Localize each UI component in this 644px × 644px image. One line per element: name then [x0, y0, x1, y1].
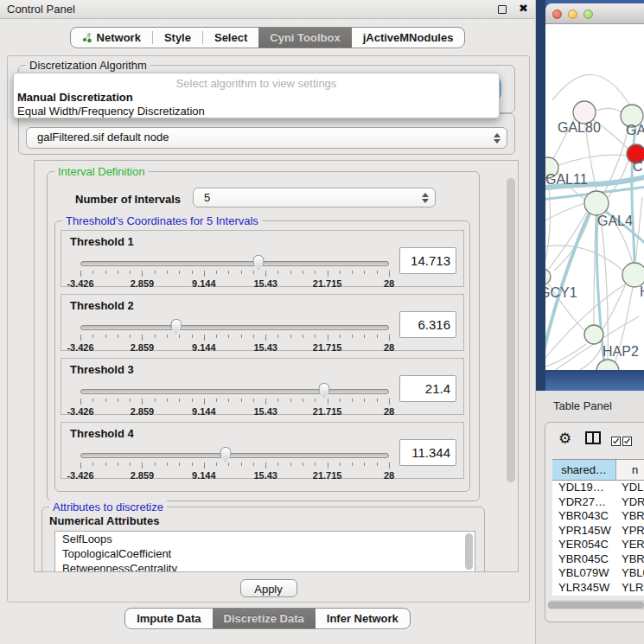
scrollbar-thumb[interactable]: [548, 602, 644, 609]
tab-cyni-toolbox[interactable]: Cyni Toolbox: [258, 28, 351, 48]
tab-style[interactable]: Style: [153, 28, 202, 48]
algorithm-option-equal-width-frequency-discretization[interactable]: Equal Width/Frequency Discretization: [17, 105, 205, 118]
network-edge[interactable]: [594, 215, 596, 325]
cell-shared-name[interactable]: YER054C: [552, 538, 616, 552]
slider-track[interactable]: [80, 389, 389, 394]
close-icon[interactable]: ✖: [519, 2, 528, 15]
cell-name[interactable]: YDR2: [616, 495, 644, 510]
table-row[interactable]: YIL052CYIL0: [552, 595, 644, 596]
settings-vertical-scrollbar[interactable]: [507, 178, 515, 482]
network-edge[interactable]: [545, 344, 586, 368]
tab-jactivemnodules[interactable]: jActiveMNodules: [352, 28, 465, 48]
float-window-icon[interactable]: [498, 5, 507, 14]
slider-tick-label: 15.43: [253, 278, 277, 289]
table-row[interactable]: YBR043CYBR0: [552, 509, 644, 524]
tab-select[interactable]: Select: [203, 28, 258, 48]
cell-name[interactable]: YBR0: [616, 552, 644, 567]
network-edge[interactable]: [545, 178, 550, 269]
slider-thumb[interactable]: [220, 447, 231, 462]
cell-shared-name[interactable]: YBR045C: [552, 552, 616, 567]
cell-name[interactable]: YPR1: [616, 524, 644, 539]
close-traffic-light-icon[interactable]: [552, 10, 562, 19]
attribute-list-item[interactable]: SelfLoops: [55, 532, 475, 546]
slider-tick-label: 21.715: [313, 278, 342, 289]
cell-name[interactable]: YER0: [616, 538, 644, 552]
gear-icon[interactable]: ⚙: [558, 430, 571, 447]
slider-tick-label: 28: [384, 406, 394, 417]
table-data-combobox[interactable]: galFiltered.sif default node: [26, 127, 507, 149]
network-node-h[interactable]: [622, 263, 644, 287]
slider-tick-label: 28: [384, 342, 394, 353]
network-node-gal4[interactable]: [584, 191, 609, 215]
algorithm-dropdown-hint[interactable]: Select algorithm to view settings: [14, 77, 499, 90]
network-window-titlebar[interactable]: [545, 3, 644, 24]
slider-thumb[interactable]: [253, 255, 265, 270]
desktop-edge: [536, 0, 545, 391]
table-row[interactable]: YBL079WYBL0: [552, 566, 644, 581]
bottom-tab-impute-data[interactable]: Impute Data: [125, 609, 212, 628]
window-title: Control Panel: [7, 3, 75, 16]
cell-name[interactable]: YIL0: [616, 595, 644, 596]
table-row[interactable]: YBR045CYBR0: [552, 552, 644, 567]
network-edge[interactable]: [552, 74, 630, 105]
minimize-traffic-light-icon[interactable]: [568, 10, 577, 19]
tab-network[interactable]: Network: [71, 28, 152, 48]
algorithm-option-manual-discretization[interactable]: Manual Discretization: [17, 91, 133, 104]
slider-thumb[interactable]: [170, 319, 182, 334]
threshold-value-field[interactable]: 11.344: [399, 439, 456, 466]
checkboxes-icon[interactable]: [611, 434, 632, 450]
cell-name[interactable]: YLR3: [616, 581, 644, 596]
threshold-value-field[interactable]: 6.316: [399, 311, 456, 338]
network-node-hap2[interactable]: [584, 325, 603, 344]
network-edge[interactable]: [558, 155, 627, 165]
column-header-name[interactable]: n: [616, 460, 644, 480]
tab-label: Discretize Data: [224, 609, 304, 629]
slider-tick-label: 2.859: [131, 278, 155, 289]
slider-track[interactable]: [80, 325, 389, 330]
table-row[interactable]: YDL19…YDL1: [552, 481, 644, 495]
network-edge[interactable]: [596, 108, 622, 112]
node-table[interactable]: shared…n YDL19…YDL1YDR27…YDR2YBR043CYBR0…: [552, 459, 644, 596]
slider-track[interactable]: [80, 453, 389, 458]
table-row[interactable]: YPR145WYPR1: [552, 524, 644, 539]
numerical-attributes-list[interactable]: SelfLoopsTopologicalCoefficientBetweenne…: [54, 531, 475, 572]
attribute-list-item[interactable]: BetweennessCentrality: [55, 561, 475, 572]
threshold-value-field[interactable]: 14.713: [399, 247, 456, 274]
bottom-tab-infer-network[interactable]: Infer Network: [316, 609, 410, 628]
threshold-value-field[interactable]: 21.4: [399, 375, 456, 402]
network-canvas[interactable]: GAL80GAL8CGAL11GAL4HGCY1HAP2: [545, 24, 644, 370]
apply-button[interactable]: Apply: [240, 579, 297, 597]
cell-shared-name[interactable]: YLR345W: [552, 581, 616, 596]
slider-thumb[interactable]: [319, 383, 330, 398]
node-label: GAL80: [558, 120, 601, 135]
network-node-gcy1[interactable]: [545, 269, 551, 284]
table-row[interactable]: YDR27…YDR2: [552, 495, 644, 510]
cell-shared-name[interactable]: YDR27…: [552, 495, 616, 510]
bottom-tab-discretize-data[interactable]: Discretize Data: [213, 609, 316, 628]
cell-shared-name[interactable]: YIL052C: [552, 595, 616, 596]
cell-name[interactable]: YBL0: [616, 566, 644, 581]
table-horizontal-scrollbar[interactable]: [547, 600, 644, 609]
network-edge[interactable]: [545, 203, 585, 223]
cell-name[interactable]: YDL1: [616, 481, 644, 495]
columns-icon[interactable]: [585, 431, 601, 448]
cell-shared-name[interactable]: YBR043C: [552, 509, 616, 524]
cell-shared-name[interactable]: YPR145W: [552, 524, 616, 539]
number-of-intervals-combobox[interactable]: 5: [193, 188, 436, 207]
slider-track[interactable]: [80, 261, 389, 266]
attributes-list-scrollbar[interactable]: [465, 533, 473, 570]
column-header-shared-name[interactable]: shared…: [552, 460, 616, 480]
cell-shared-name[interactable]: YDL19…: [552, 481, 616, 495]
table-row[interactable]: YER054CYER0: [552, 538, 644, 552]
group-title: Threshold's Coordinates for 5 Intervals: [62, 214, 262, 227]
table-row[interactable]: YLR345WYLR3: [552, 581, 644, 596]
network-edge[interactable]: [549, 212, 587, 269]
cell-shared-name[interactable]: YBL079W: [552, 566, 616, 581]
table-header-row: shared…n: [552, 459, 644, 481]
attribute-list-item[interactable]: TopologicalCoefficient: [55, 546, 475, 561]
tab-label: Select: [214, 28, 247, 48]
network-edge[interactable]: [603, 284, 626, 329]
network-edge[interactable]: [635, 197, 642, 263]
cell-name[interactable]: YBR0: [616, 509, 644, 524]
zoom-traffic-light-icon[interactable]: [583, 10, 593, 19]
